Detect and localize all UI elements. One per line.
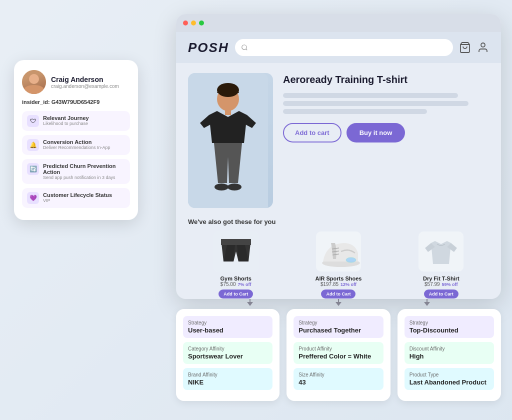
user-card-header: Craig Anderson craig.anderson@example.co… [22, 70, 130, 94]
rec-item-shorts: Gym Shorts $75.00 7% off Add to Cart [188, 232, 284, 298]
conversion-icon: 🔔 [27, 139, 39, 151]
posh-logo: POSH [188, 40, 229, 56]
rec-tshirt-name: Dry Fit T-Shirt [394, 276, 489, 282]
rec-shorts-image [214, 232, 258, 272]
size-affinity-label-2: Size Affinity [298, 372, 378, 378]
rec-items-list: Gym Shorts $75.00 7% off Add to Cart [188, 232, 489, 298]
prod-affinity-value-2: Preffered Color = White [298, 352, 378, 360]
size-affinity-value-2: 43 [298, 378, 378, 386]
rec-tshirt-price: $57.99 59% off [394, 282, 489, 287]
rec-shorts-name: Gym Shorts [188, 276, 284, 282]
lifecycle-sub: VIP [43, 198, 112, 203]
journey-sub: Likelihood to purchase [43, 121, 89, 126]
disc-affinity-label-3: Discount Affinity [410, 346, 489, 352]
rec-tshirt-image [418, 232, 464, 272]
rec-shoes-price: $197.85 12% off [290, 282, 386, 287]
desc-line-3 [283, 109, 427, 114]
strategy-value-2: Purchased Together [298, 326, 378, 334]
browser-chrome [176, 14, 501, 32]
rec-shoes-image [316, 232, 361, 272]
product-title: Aeroready Training T-shirt [283, 73, 489, 86]
user-card: Craig Anderson craig.anderson@example.co… [14, 60, 138, 220]
rec-shorts-btn[interactable]: Add to Cart [218, 290, 253, 298]
journey-item: 🛡 Relevant Journey Likelihood to purchas… [22, 111, 130, 131]
rec-section-title: We've also got these for you [188, 218, 489, 226]
strategy-value-3: Top-Discounted [410, 326, 489, 334]
svg-point-7 [228, 184, 242, 190]
rec-shoes-name: AIR Sports Shoes [290, 276, 386, 282]
strategy-tag-3: Strategy Top-Discounted [404, 316, 494, 338]
svg-point-2 [481, 43, 485, 47]
browser-window: POSH [176, 14, 501, 299]
strategy-cards: Strategy User-based Category Affinity Sp… [176, 309, 501, 401]
strategy-card-purchased-together: Strategy Purchased Together Product Affi… [286, 309, 390, 401]
cat-affinity-value-1: Sportswear Lover [188, 352, 268, 360]
product-type-tag-3: Product Type Last Abandoned Product [404, 368, 494, 390]
conversion-sub: Deliver Recommendations In-App [43, 145, 110, 150]
churn-sub: Send app push notification in 3 days [43, 175, 125, 180]
brand-affinity-tag-1: Brand Affinity NIKE [183, 368, 272, 390]
rec-tshirt-btn[interactable]: Add to Cart [424, 290, 458, 298]
strategy-tag-1: Strategy User-based [183, 316, 272, 338]
desc-line-1 [283, 93, 458, 98]
churn-icon: 🔄 [27, 163, 39, 175]
svg-point-0 [242, 45, 246, 50]
rec-shoes-btn[interactable]: Add to Cart [321, 290, 356, 298]
product-actions: Add to cart Buy it now [283, 123, 489, 142]
product-info: Aeroready Training T-shirt Add to cart B… [283, 73, 489, 208]
buy-now-button[interactable]: Buy it now [346, 123, 406, 142]
strategy-card-user-based: Strategy User-based Category Affinity Sp… [176, 309, 280, 401]
store-header: POSH [176, 32, 501, 63]
strategy-card-top-discounted: Strategy Top-Discounted Discount Affinit… [398, 309, 501, 401]
chrome-min-dot [191, 20, 196, 26]
user-name: Craig Anderson [51, 76, 119, 84]
search-icon [241, 44, 248, 51]
tshirt-svg [421, 234, 461, 269]
svg-point-6 [214, 184, 228, 190]
header-icons [459, 42, 489, 54]
scene: Craig Anderson craig.anderson@example.co… [0, 0, 512, 420]
strategy-label-3: Strategy [410, 320, 489, 326]
churn-title: Predicted Churn Prevention Action [43, 163, 125, 175]
rec-item-tshirt: Dry Fit T-Shirt $57.99 59% off Add to Ca… [394, 232, 489, 298]
prod-type-value-3: Last Abandoned Product [410, 378, 489, 386]
store-body: Aeroready Training T-shirt Add to cart B… [176, 63, 501, 218]
add-to-cart-button[interactable]: Add to cart [283, 123, 342, 142]
svg-point-13 [346, 258, 356, 262]
user-email: craig.anderson@example.com [51, 84, 119, 89]
product-affinity-tag-2: Product Affinity Preffered Color = White [294, 342, 383, 364]
conversion-title: Conversion Action [43, 139, 110, 145]
shoes-svg [316, 234, 361, 269]
rec-shorts-price: $75.00 7% off [188, 282, 284, 287]
chrome-close-dot [183, 20, 188, 26]
churn-item: 🔄 Predicted Churn Prevention Action Send… [22, 159, 130, 184]
user-icon[interactable] [477, 42, 489, 54]
brand-affinity-label-1: Brand Affinity [188, 372, 268, 378]
product-description-lines [283, 93, 489, 114]
product-image [188, 73, 273, 208]
shorts-svg [216, 234, 256, 269]
recommendations-section: We've also got these for you Gym Shorts [176, 218, 501, 299]
avatar [22, 70, 46, 94]
svg-rect-5 [225, 108, 231, 115]
prod-affinity-label-2: Product Affinity [298, 346, 378, 352]
prod-type-label-3: Product Type [410, 372, 489, 378]
chrome-max-dot [199, 20, 204, 26]
lifecycle-title: Customer Lifecycle Status [43, 192, 112, 198]
strategy-value-1: User-based [188, 326, 268, 334]
product-person-svg [188, 73, 268, 208]
lifecycle-item: 💜 Customer Lifecycle Status VIP [22, 188, 130, 208]
desc-line-2 [283, 101, 468, 106]
discount-affinity-tag-3: Discount Affinity High [404, 342, 494, 364]
strategy-tag-2: Strategy Purchased Together [294, 316, 383, 338]
cat-affinity-label-1: Category Affinity [188, 346, 268, 352]
lifecycle-icon: 💜 [27, 192, 39, 204]
size-affinity-tag-2: Size Affinity 43 [294, 368, 383, 390]
insider-id: insider_id: G43W79UD6542F9 [22, 99, 130, 105]
search-bar[interactable] [235, 39, 453, 56]
rec-item-shoes: AIR Sports Shoes $197.85 12% off Add to … [290, 232, 386, 298]
journey-icon: 🛡 [27, 115, 39, 127]
cart-icon[interactable] [459, 42, 471, 54]
brand-affinity-value-1: NIKE [188, 378, 268, 386]
strategy-label-2: Strategy [298, 320, 378, 326]
